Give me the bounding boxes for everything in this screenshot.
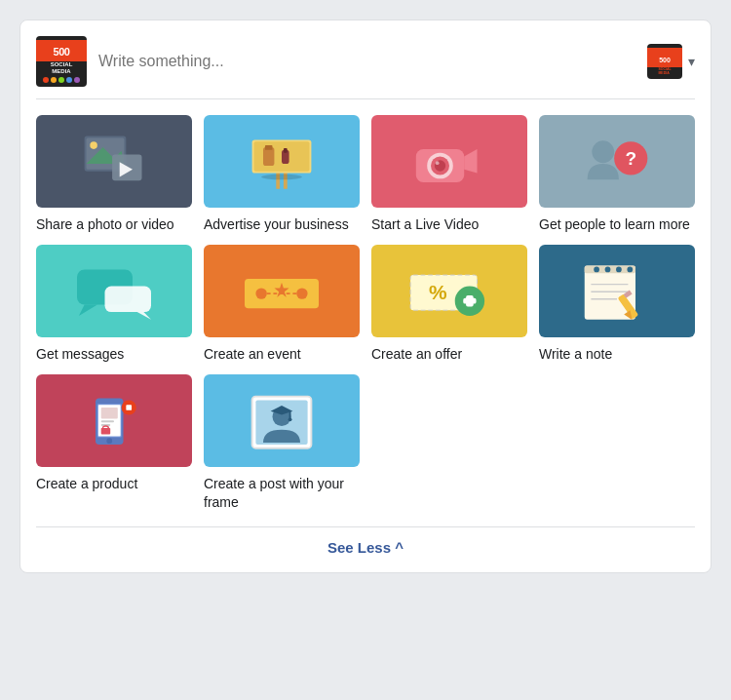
svg-point-21 (592, 141, 614, 164)
svg-point-40 (594, 267, 599, 273)
tile-live-video (371, 115, 527, 208)
svg-marker-25 (79, 305, 97, 316)
action-grid: Share a photo or video (36, 115, 695, 511)
grid-item-offer[interactable]: % Create an offer (371, 245, 527, 363)
tile-label-live-video: Start a Live Video (371, 215, 527, 233)
svg-rect-37 (463, 298, 476, 304)
grid-item-product[interactable]: Create a product (36, 374, 192, 510)
see-less-button[interactable]: See Less ^ (327, 539, 404, 556)
tile-product (36, 374, 192, 467)
grid-item-advertise[interactable]: Advertise your business (204, 115, 360, 233)
grid-item-note[interactable]: Write a note (539, 245, 695, 363)
tile-label-share-photo: Share a photo or video (36, 215, 192, 233)
tile-messages (36, 245, 192, 337)
tile-share-photo (36, 115, 192, 208)
svg-marker-27 (137, 313, 151, 321)
logo: 500 SOCIALMEDIA (36, 36, 87, 87)
tile-learn-more: ? (539, 115, 695, 208)
grid-item-messages[interactable]: Get messages (36, 245, 192, 363)
svg-rect-10 (263, 147, 274, 166)
svg-rect-26 (105, 287, 152, 313)
mini-logo: 500 SOCIALMEDIA (647, 44, 682, 79)
see-less-section: See Less ^ (36, 526, 695, 557)
grid-item-frame[interactable]: Create a post with your frame (204, 374, 360, 510)
grid-item-share-photo[interactable]: Share a photo or video (36, 115, 192, 233)
svg-rect-55 (101, 420, 114, 422)
tile-frame (204, 374, 360, 467)
post-header: 500 SOCIALMEDIA 500 SOCIALMEDIA ▾ (36, 36, 695, 99)
tile-label-messages: Get messages (36, 345, 192, 363)
grid-item-event[interactable]: Create an event (204, 245, 360, 363)
svg-point-30 (296, 289, 307, 299)
svg-point-42 (616, 267, 622, 273)
svg-rect-57 (101, 428, 111, 435)
svg-point-43 (627, 267, 633, 273)
svg-point-65 (289, 417, 292, 421)
tile-event (204, 245, 360, 337)
tile-note (539, 245, 695, 337)
tile-offer: % (371, 245, 527, 337)
svg-point-52 (106, 438, 112, 444)
tile-advertise (204, 115, 360, 208)
svg-point-29 (255, 289, 266, 299)
tile-label-note: Write a note (539, 345, 695, 363)
grid-item-live-video[interactable]: Start a Live Video (371, 115, 527, 233)
svg-text:%: % (429, 281, 447, 303)
svg-rect-6 (276, 171, 280, 189)
tile-label-frame: Create a post with your frame (204, 475, 360, 510)
svg-rect-7 (284, 171, 288, 189)
header-right: 500 SOCIALMEDIA ▾ (647, 44, 695, 79)
svg-rect-11 (265, 145, 273, 150)
svg-text:?: ? (625, 148, 636, 169)
tile-label-event: Create an event (204, 345, 360, 363)
svg-rect-13 (284, 148, 288, 153)
svg-point-41 (605, 267, 611, 273)
svg-point-2 (90, 142, 97, 150)
svg-point-19 (436, 162, 440, 166)
tile-label-product: Create a product (36, 475, 192, 492)
write-input[interactable] (98, 53, 635, 70)
grid-item-learn-more[interactable]: ? Get people to learn more (539, 115, 695, 233)
chevron-down-icon[interactable]: ▾ (688, 54, 695, 69)
svg-rect-54 (101, 408, 118, 418)
tile-label-learn-more: Get people to learn more (539, 215, 695, 233)
svg-rect-64 (289, 410, 291, 418)
tile-label-advertise: Advertise your business (204, 215, 360, 233)
tile-label-offer: Create an offer (371, 345, 527, 363)
svg-rect-59 (126, 405, 132, 410)
svg-marker-20 (464, 149, 477, 174)
svg-point-14 (261, 175, 302, 180)
main-card: 500 SOCIALMEDIA 500 SOCIALMEDIA ▾ (19, 19, 712, 573)
